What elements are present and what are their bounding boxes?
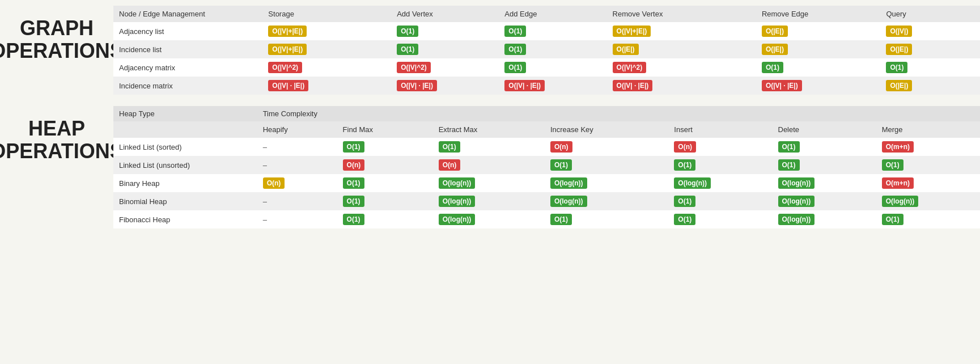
- complexity-badge: O(1): [778, 141, 800, 153]
- row-extract-max: O(log(n)): [433, 192, 545, 210]
- graph-col-remove-vertex: Remove Vertex: [607, 6, 756, 22]
- complexity-badge: O(m+n): [882, 141, 914, 153]
- row-find-max: O(1): [337, 192, 433, 210]
- complexity-badge: O(|V| · |E|): [762, 80, 802, 91]
- row-name: Binary Heap: [113, 174, 257, 192]
- row-add-edge: O(1): [499, 22, 606, 40]
- complexity-badge: O(|V|+|E|): [613, 26, 651, 37]
- graph-table: Node / Edge Management Storage Add Verte…: [113, 6, 980, 95]
- complexity-badge: O(1): [397, 44, 418, 55]
- complexity-badge: O(1): [504, 44, 526, 55]
- heap-subheader-row: Heap Type Time Complexity: [113, 106, 980, 121]
- row-remove-vertex: O(|V|^2): [607, 58, 756, 77]
- complexity-badge: O(|E|): [613, 44, 639, 55]
- table-row: Linked List (unsorted) – O(n) O(n) O(1) …: [113, 156, 980, 174]
- complexity-badge: O(1): [550, 159, 572, 171]
- row-insert: O(log(n)): [668, 174, 772, 192]
- heap-table-container: Heap Type Time Complexity Heapify Find M…: [113, 106, 980, 228]
- heap-col-heapify: Heapify: [257, 121, 337, 138]
- complexity-badge: O(m+n): [882, 177, 914, 189]
- row-extract-max: O(n): [433, 156, 545, 174]
- complexity-badge: O(n): [439, 159, 461, 171]
- complexity-badge: O(n): [263, 177, 285, 189]
- row-storage: O(|V|^2): [262, 58, 391, 77]
- complexity-badge: O(log(n)): [550, 177, 587, 189]
- row-heapify: –: [257, 210, 337, 228]
- row-merge: O(1): [876, 156, 980, 174]
- dash: –: [263, 161, 267, 170]
- row-heapify: –: [257, 192, 337, 210]
- row-add-vertex: O(|V| · |E|): [391, 77, 499, 95]
- row-extract-max: O(1): [433, 138, 545, 156]
- row-find-max: O(1): [337, 138, 433, 156]
- row-merge: O(log(n)): [876, 192, 980, 210]
- heap-subheader-complexity: Time Complexity: [257, 106, 980, 121]
- complexity-badge: O(|V|^2): [613, 62, 647, 73]
- graph-operations-title: GRAPHOPERATIONS: [0, 6, 113, 73]
- heap-col-insert: Insert: [668, 121, 772, 138]
- row-delete: O(log(n)): [773, 192, 876, 210]
- row-remove-vertex: O(|V| · |E|): [607, 77, 756, 95]
- complexity-badge: O(|V|^2): [397, 62, 431, 73]
- row-storage: O(|V|+|E|): [262, 40, 391, 58]
- table-row: Binary Heap O(n) O(1) O(log(n)) O(log(n)…: [113, 174, 980, 192]
- row-query: O(|E|): [880, 77, 980, 95]
- complexity-badge: O(1): [343, 141, 364, 153]
- heap-subheader-type: Heap Type: [113, 106, 257, 121]
- row-name: Adjacency list: [113, 22, 262, 40]
- row-heapify: –: [257, 138, 337, 156]
- complexity-badge: O(|V|+|E|): [268, 26, 307, 37]
- row-increase-key: O(log(n)): [545, 174, 668, 192]
- heap-operations-title: HEAPOPERATIONS: [0, 106, 113, 173]
- heap-col-increase-key: Increase Key: [545, 121, 668, 138]
- complexity-badge: O(1): [550, 214, 572, 225]
- complexity-badge: O(1): [882, 214, 903, 225]
- heap-col-name: [113, 121, 257, 138]
- row-insert: O(n): [668, 138, 772, 156]
- complexity-badge: O(|V|+|E|): [268, 44, 307, 55]
- graph-table-container: Node / Edge Management Storage Add Verte…: [113, 6, 980, 95]
- row-add-edge: O(|V| · |E|): [499, 77, 606, 95]
- complexity-badge: O(|V| · |E|): [268, 80, 308, 91]
- row-storage: O(|V| · |E|): [262, 77, 391, 95]
- row-heapify: O(n): [257, 174, 337, 192]
- row-name: Linked List (unsorted): [113, 156, 257, 174]
- row-remove-edge: O(|E|): [756, 22, 880, 40]
- table-row: Binomial Heap – O(1) O(log(n)) O(log(n))…: [113, 192, 980, 210]
- row-name: Binomial Heap: [113, 192, 257, 210]
- complexity-badge: O(log(n)): [674, 177, 711, 189]
- complexity-badge: O(1): [762, 62, 783, 73]
- complexity-badge: O(1): [674, 159, 695, 171]
- complexity-badge: O(log(n)): [439, 214, 476, 225]
- complexity-badge: O(log(n)): [778, 177, 815, 189]
- row-remove-vertex: O(|V|+|E|): [607, 22, 756, 40]
- complexity-badge: O(1): [439, 141, 460, 153]
- table-row: Adjacency list O(|V|+|E|) O(1) O(1) O(|V…: [113, 22, 980, 40]
- row-delete: O(log(n)): [773, 210, 876, 228]
- complexity-badge: O(|V| · |E|): [504, 80, 545, 91]
- graph-col-add-vertex: Add Vertex: [391, 6, 499, 22]
- graph-col-remove-edge: Remove Edge: [756, 6, 880, 22]
- complexity-badge: O(1): [504, 26, 526, 37]
- row-name: Linked List (sorted): [113, 138, 257, 156]
- heap-col-extract-max: Extract Max: [433, 121, 545, 138]
- row-query: O(|E|): [880, 40, 980, 58]
- graph-col-add-edge: Add Edge: [499, 6, 606, 22]
- row-increase-key: O(1): [545, 210, 668, 228]
- complexity-badge: O(|V|^2): [268, 62, 302, 73]
- table-row: Adjacency matrix O(|V|^2) O(|V|^2) O(1) …: [113, 58, 980, 77]
- graph-col-storage: Storage: [262, 6, 391, 22]
- complexity-badge: O(1): [882, 159, 903, 171]
- complexity-badge: O(1): [778, 159, 800, 171]
- table-row: Fibonacci Heap – O(1) O(log(n)) O(1) O(1…: [113, 210, 980, 228]
- table-row: Incidence matrix O(|V| · |E|) O(|V| · |E…: [113, 77, 980, 95]
- row-extract-max: O(log(n)): [433, 210, 545, 228]
- graph-operations-section: GRAPHOPERATIONS Node / Edge Management S…: [0, 6, 980, 95]
- row-remove-vertex: O(|E|): [607, 40, 756, 58]
- row-increase-key: O(n): [545, 138, 668, 156]
- complexity-badge: O(1): [397, 26, 418, 37]
- dash: –: [263, 197, 267, 206]
- row-find-max: O(1): [337, 210, 433, 228]
- complexity-badge: O(1): [343, 196, 364, 207]
- complexity-badge: O(1): [674, 214, 695, 225]
